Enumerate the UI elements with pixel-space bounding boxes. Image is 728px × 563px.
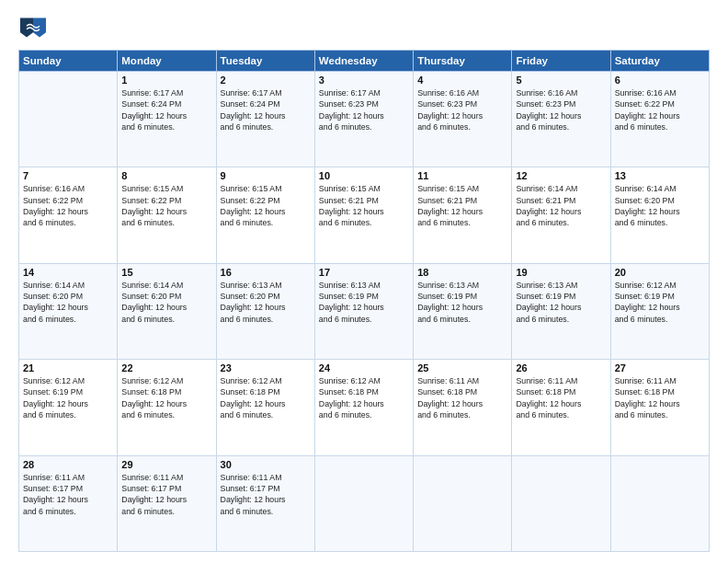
calendar-cell: 15Sunrise: 6:14 AMSunset: 6:20 PMDayligh… <box>118 263 216 359</box>
day-info: Sunrise: 6:13 AMSunset: 6:19 PMDaylight:… <box>319 280 409 325</box>
calendar-cell: 18Sunrise: 6:13 AMSunset: 6:19 PMDayligh… <box>414 263 512 359</box>
calendar-cell: 8Sunrise: 6:15 AMSunset: 6:22 PMDaylight… <box>118 167 216 263</box>
day-number: 13 <box>615 170 705 181</box>
calendar-cell: 16Sunrise: 6:13 AMSunset: 6:20 PMDayligh… <box>216 263 314 359</box>
calendar-cell: 21Sunrise: 6:12 AMSunset: 6:19 PMDayligh… <box>19 360 118 455</box>
calendar-header: SundayMondayTuesdayWednesdayThursdayFrid… <box>19 51 710 72</box>
calendar-table: SundayMondayTuesdayWednesdayThursdayFrid… <box>18 50 710 552</box>
logo-icon <box>18 15 48 40</box>
day-number: 2 <box>221 75 311 86</box>
day-number: 1 <box>121 75 211 86</box>
day-number: 18 <box>417 267 507 278</box>
day-number: 10 <box>319 170 409 181</box>
calendar-cell <box>512 455 610 551</box>
week-row-2: 7Sunrise: 6:16 AMSunset: 6:22 PMDaylight… <box>19 167 710 263</box>
calendar-cell: 20Sunrise: 6:12 AMSunset: 6:19 PMDayligh… <box>610 263 709 359</box>
calendar-cell <box>610 455 709 551</box>
day-number: 29 <box>121 459 211 470</box>
day-number: 16 <box>221 267 311 278</box>
day-number: 14 <box>23 267 113 278</box>
calendar-cell: 23Sunrise: 6:12 AMSunset: 6:18 PMDayligh… <box>216 360 314 455</box>
day-info: Sunrise: 6:14 AMSunset: 6:20 PMDaylight:… <box>23 280 113 325</box>
calendar-cell: 2Sunrise: 6:17 AMSunset: 6:24 PMDaylight… <box>216 72 314 167</box>
day-number: 4 <box>417 75 507 86</box>
day-number: 24 <box>319 362 409 373</box>
calendar-cell <box>19 72 118 167</box>
day-info: Sunrise: 6:16 AMSunset: 6:23 PMDaylight:… <box>417 87 507 132</box>
calendar-cell: 24Sunrise: 6:12 AMSunset: 6:18 PMDayligh… <box>314 360 413 455</box>
day-header-monday: Monday <box>118 51 216 72</box>
week-row-5: 28Sunrise: 6:11 AMSunset: 6:17 PMDayligh… <box>19 455 710 551</box>
day-info: Sunrise: 6:16 AMSunset: 6:22 PMDaylight:… <box>615 87 705 132</box>
calendar-cell: 6Sunrise: 6:16 AMSunset: 6:22 PMDaylight… <box>610 72 709 167</box>
calendar-body: 1Sunrise: 6:17 AMSunset: 6:24 PMDaylight… <box>19 72 710 552</box>
day-info: Sunrise: 6:16 AMSunset: 6:23 PMDaylight:… <box>516 87 606 132</box>
day-info: Sunrise: 6:13 AMSunset: 6:19 PMDaylight:… <box>417 280 507 325</box>
day-info: Sunrise: 6:17 AMSunset: 6:24 PMDaylight:… <box>121 87 211 132</box>
day-number: 30 <box>221 459 311 470</box>
day-info: Sunrise: 6:15 AMSunset: 6:22 PMDaylight:… <box>221 183 311 228</box>
day-number: 22 <box>121 362 211 373</box>
day-info: Sunrise: 6:11 AMSunset: 6:18 PMDaylight:… <box>417 375 507 420</box>
calendar-cell: 5Sunrise: 6:16 AMSunset: 6:23 PMDaylight… <box>512 72 610 167</box>
day-info: Sunrise: 6:12 AMSunset: 6:18 PMDaylight:… <box>121 375 211 420</box>
day-number: 11 <box>417 170 507 181</box>
calendar-cell: 7Sunrise: 6:16 AMSunset: 6:22 PMDaylight… <box>19 167 118 263</box>
calendar-cell: 4Sunrise: 6:16 AMSunset: 6:23 PMDaylight… <box>414 72 512 167</box>
logo <box>18 15 51 40</box>
calendar-cell: 29Sunrise: 6:11 AMSunset: 6:17 PMDayligh… <box>118 455 216 551</box>
day-info: Sunrise: 6:11 AMSunset: 6:18 PMDaylight:… <box>615 375 705 420</box>
calendar-cell: 26Sunrise: 6:11 AMSunset: 6:18 PMDayligh… <box>512 360 610 455</box>
week-row-1: 1Sunrise: 6:17 AMSunset: 6:24 PMDaylight… <box>19 72 710 167</box>
calendar-cell: 1Sunrise: 6:17 AMSunset: 6:24 PMDaylight… <box>118 72 216 167</box>
day-header-wednesday: Wednesday <box>314 51 413 72</box>
calendar-cell <box>414 455 512 551</box>
day-info: Sunrise: 6:11 AMSunset: 6:17 PMDaylight:… <box>23 472 113 517</box>
calendar-cell: 27Sunrise: 6:11 AMSunset: 6:18 PMDayligh… <box>610 360 709 455</box>
day-number: 8 <box>121 170 211 181</box>
day-info: Sunrise: 6:14 AMSunset: 6:21 PMDaylight:… <box>516 183 606 228</box>
calendar-cell: 19Sunrise: 6:13 AMSunset: 6:19 PMDayligh… <box>512 263 610 359</box>
day-number: 21 <box>23 362 113 373</box>
day-info: Sunrise: 6:15 AMSunset: 6:22 PMDaylight:… <box>121 183 211 228</box>
day-number: 26 <box>516 362 606 373</box>
day-info: Sunrise: 6:12 AMSunset: 6:18 PMDaylight:… <box>221 375 311 420</box>
day-number: 19 <box>516 267 606 278</box>
day-info: Sunrise: 6:11 AMSunset: 6:17 PMDaylight:… <box>221 472 311 517</box>
day-info: Sunrise: 6:16 AMSunset: 6:22 PMDaylight:… <box>23 183 113 228</box>
day-header-tuesday: Tuesday <box>216 51 314 72</box>
calendar-cell: 17Sunrise: 6:13 AMSunset: 6:19 PMDayligh… <box>314 263 413 359</box>
day-number: 15 <box>121 267 211 278</box>
calendar-cell: 13Sunrise: 6:14 AMSunset: 6:20 PMDayligh… <box>610 167 709 263</box>
calendar-cell <box>314 455 413 551</box>
day-number: 17 <box>319 267 409 278</box>
day-header-friday: Friday <box>512 51 610 72</box>
day-number: 6 <box>615 75 705 86</box>
calendar-cell: 30Sunrise: 6:11 AMSunset: 6:17 PMDayligh… <box>216 455 314 551</box>
calendar-cell: 12Sunrise: 6:14 AMSunset: 6:21 PMDayligh… <box>512 167 610 263</box>
calendar-cell: 14Sunrise: 6:14 AMSunset: 6:20 PMDayligh… <box>19 263 118 359</box>
day-number: 23 <box>221 362 311 373</box>
day-info: Sunrise: 6:17 AMSunset: 6:24 PMDaylight:… <box>221 87 311 132</box>
day-info: Sunrise: 6:13 AMSunset: 6:20 PMDaylight:… <box>221 280 311 325</box>
calendar-page: SundayMondayTuesdayWednesdayThursdayFrid… <box>0 0 728 563</box>
day-info: Sunrise: 6:15 AMSunset: 6:21 PMDaylight:… <box>417 183 507 228</box>
day-number: 9 <box>221 170 311 181</box>
week-row-4: 21Sunrise: 6:12 AMSunset: 6:19 PMDayligh… <box>19 360 710 455</box>
day-info: Sunrise: 6:12 AMSunset: 6:18 PMDaylight:… <box>319 375 409 420</box>
day-info: Sunrise: 6:13 AMSunset: 6:19 PMDaylight:… <box>516 280 606 325</box>
day-header-sunday: Sunday <box>19 51 118 72</box>
calendar-cell: 10Sunrise: 6:15 AMSunset: 6:21 PMDayligh… <box>314 167 413 263</box>
day-number: 3 <box>319 75 409 86</box>
day-header-saturday: Saturday <box>610 51 709 72</box>
calendar-cell: 28Sunrise: 6:11 AMSunset: 6:17 PMDayligh… <box>19 455 118 551</box>
days-of-week-row: SundayMondayTuesdayWednesdayThursdayFrid… <box>19 51 710 72</box>
header <box>18 15 710 40</box>
day-info: Sunrise: 6:15 AMSunset: 6:21 PMDaylight:… <box>319 183 409 228</box>
calendar-cell: 25Sunrise: 6:11 AMSunset: 6:18 PMDayligh… <box>414 360 512 455</box>
calendar-cell: 3Sunrise: 6:17 AMSunset: 6:23 PMDaylight… <box>314 72 413 167</box>
day-info: Sunrise: 6:12 AMSunset: 6:19 PMDaylight:… <box>615 280 705 325</box>
day-number: 28 <box>23 459 113 470</box>
week-row-3: 14Sunrise: 6:14 AMSunset: 6:20 PMDayligh… <box>19 263 710 359</box>
day-number: 5 <box>516 75 606 86</box>
